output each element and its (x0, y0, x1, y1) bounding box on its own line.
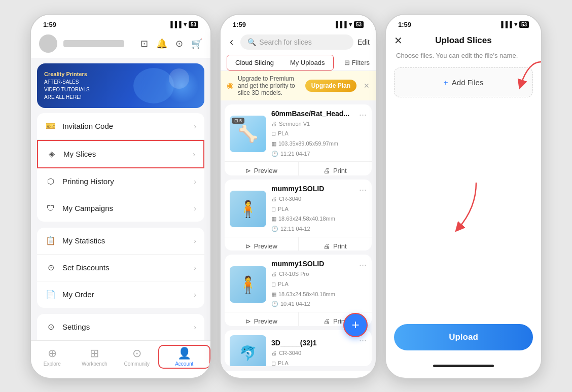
printer-icon-1: 🖨 (271, 119, 277, 129)
home-indicator (433, 365, 494, 367)
slice-actions-2: ⊳ Preview 🖨 Print (225, 237, 372, 251)
add-files-button[interactable]: + Add Files (444, 78, 484, 87)
workbench-nav-icon: ⊞ (90, 347, 99, 360)
nav-explore[interactable]: ⊕ Explore (31, 347, 74, 367)
thumb-image-4: 🐬 (239, 345, 257, 362)
tab-cloud-slicing[interactable]: Cloud Slicing (227, 55, 282, 70)
clock-icon-2: 🕐 (271, 224, 278, 234)
print-button-1[interactable]: 🖨 Print (299, 162, 372, 175)
nav-workbench[interactable]: ⊞ Workbench (74, 347, 116, 367)
premium-icon: ◉ (227, 81, 234, 90)
printer-icon-3: 🖨 (271, 269, 277, 279)
menu-group-1: 🎫 Invitation Code › ◈ My Slices › ⬡ Prin… (37, 113, 204, 222)
thumb-image-1: 🦴 (238, 124, 258, 144)
menu-item-invitation-code[interactable]: 🎫 Invitation Code › (37, 113, 204, 140)
material-3: ◻ PLA (271, 279, 354, 289)
menu-item-my-order[interactable]: 📄 My Order › (37, 281, 204, 308)
preview-icon-1: ⊳ (245, 167, 251, 174)
preview-button-1[interactable]: ⊳ Preview (225, 162, 299, 175)
edit-button[interactable]: Edit (358, 38, 370, 46)
back-button[interactable]: ‹ (227, 34, 236, 50)
slice-title-4: 3D_____(32)1 (271, 339, 354, 347)
status-bar-2: 1:59 ▐▐▐ ▾ 53 (221, 15, 376, 30)
material-4: ◻ PLA (271, 359, 354, 366)
status-bar-3: 1:59 ▐▐▐ ▾ 53 (386, 15, 541, 30)
printer-icon-2: 🖨 (271, 194, 277, 204)
slice-title-3: mummy1SOLID (271, 260, 354, 268)
arrow-to-add-files (500, 59, 542, 100)
my-order-icon: 📄 (45, 289, 56, 300)
nav-account[interactable]: 👤 Account (158, 345, 211, 369)
more-button-1[interactable]: ··· (359, 110, 367, 120)
settings-icon[interactable]: ⊙ (175, 38, 183, 49)
fab-add-button[interactable]: + (343, 313, 368, 337)
preview-icon-2: ⊳ (245, 242, 251, 250)
material-icon-1: ◻ (271, 129, 276, 138)
scan-icon[interactable]: ⊡ (140, 38, 148, 49)
material-2: ◻ PLA (271, 204, 354, 214)
menu-item-set-discounts[interactable]: ⊙ Set Discounts › (37, 255, 204, 281)
print-button-2[interactable]: 🖨 Print (299, 237, 372, 251)
filters-button[interactable]: ⊟ Filters (344, 59, 370, 66)
close-button[interactable]: ✕ (394, 34, 403, 47)
slice-meta-2: 🖨 CR-3040 ◻ PLA ▦ 18.63x24.58x40.18mm (271, 194, 354, 234)
filter-icon: ⊟ (344, 59, 350, 66)
fab-plus-icon: + (351, 317, 359, 333)
banner-line3: ARE ALL HERE! (44, 94, 82, 100)
my-campaigns-icon: 🛡 (45, 203, 56, 214)
upload-button[interactable]: Upload (394, 324, 533, 350)
explore-nav-label: Explore (44, 361, 61, 367)
menu-group-2: 📋 My Statistics › ⊙ Set Discounts › 📄 My… (37, 228, 204, 308)
bell-icon[interactable]: 🔔 (156, 38, 167, 49)
community-nav-icon: ⊙ (132, 347, 141, 360)
copy-icon-1: ⊡ (234, 118, 238, 123)
slice-actions-1: ⊳ Preview 🖨 Print (225, 161, 372, 175)
nav-community[interactable]: ⊙ Community (116, 347, 158, 367)
preview-button-2[interactable]: ⊳ Preview (225, 237, 299, 251)
upgrade-plan-button[interactable]: Upgrade Plan (305, 80, 356, 92)
battery-icon-3: 53 (519, 21, 529, 28)
menu-item-my-slices[interactable]: ◈ My Slices › (37, 140, 204, 168)
search-icon: 🔍 (247, 38, 256, 46)
more-button-3[interactable]: ··· (359, 260, 367, 270)
time-1: 1:59 (43, 21, 56, 28)
tab-my-uploads[interactable]: My Uploads (282, 55, 333, 70)
preview-button-3[interactable]: ⊳ Preview (225, 312, 299, 326)
slice-thumb-4: 🐬 (230, 335, 266, 366)
arrow-to-upload (438, 177, 489, 238)
wifi-icon-2: ▾ (349, 21, 352, 28)
my-slices-label: My Slices (63, 150, 193, 158)
material-icon-4: ◻ (271, 359, 276, 366)
menu-item-printing-history[interactable]: ⬡ Printing History › (37, 168, 204, 195)
account-nav-icon: 👤 (177, 347, 191, 360)
promo-banner[interactable]: Creality Printers AFTER-SALES VIDEO TUTO… (37, 63, 204, 108)
status-icons-1: ▐▐▐ ▾ 53 (168, 21, 198, 28)
upgrade-banner: ◉ Upgrade to Premium and get the priorit… (221, 71, 376, 100)
more-button-4[interactable]: ··· (359, 335, 367, 346)
avatar (39, 34, 57, 53)
community-nav-label: Community (124, 361, 150, 367)
spacer (386, 100, 541, 316)
slice-meta-4: 🖨 CR-3040 ◻ PLA (271, 348, 354, 366)
size-icon-3: ▦ (271, 290, 276, 299)
more-button-2[interactable]: ··· (359, 185, 367, 195)
material-icon-2: ◻ (271, 204, 276, 214)
search-bar[interactable]: 🔍 Search for slices (240, 34, 353, 50)
banner-line2: VIDEO TUTORIALS (44, 87, 90, 92)
chevron-icon: › (194, 122, 196, 130)
slice-title-2: mummy1SOLID (271, 185, 354, 193)
invitation-code-icon: 🎫 (45, 121, 56, 132)
phone-3: 1:59 ▐▐▐ ▾ 53 ✕ Upload Slices Choose fil… (385, 14, 542, 379)
cart-icon[interactable]: 🛒 (191, 38, 202, 49)
menu-item-my-statistics[interactable]: 📋 My Statistics › (37, 228, 204, 255)
status-bar-1: 1:59 ▐▐▐ ▾ 53 (31, 15, 210, 30)
upgrade-close-button[interactable]: ✕ (364, 82, 370, 90)
menu-item-settings[interactable]: ⊙ Settings › (37, 314, 204, 341)
print-icon-1: 🖨 (324, 167, 330, 174)
explore-nav-icon: ⊕ (48, 347, 57, 360)
menu-item-my-campaigns[interactable]: 🛡 My Campaigns › (37, 195, 204, 222)
wifi-icon: ▾ (184, 21, 187, 28)
tab-group: Cloud Slicing My Uploads (227, 55, 334, 70)
plus-icon: + (444, 78, 448, 87)
my-statistics-label: My Statistics (62, 236, 194, 245)
